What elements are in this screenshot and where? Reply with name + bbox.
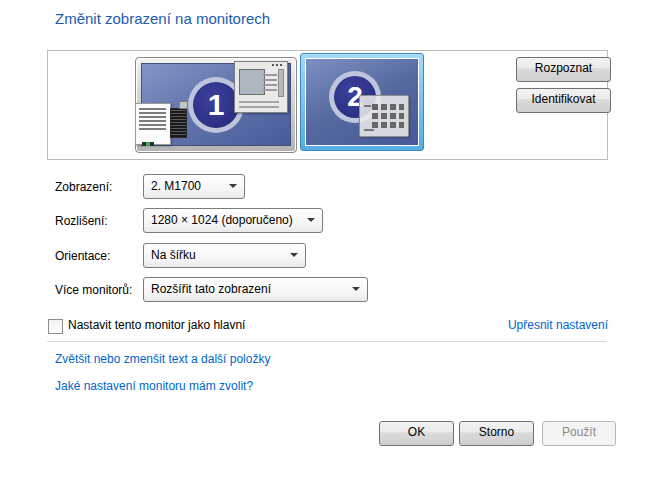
monitor-preview-box: 1 2 [47,50,608,160]
resize-text-link[interactable]: Zvětšit nebo zmenšit text a další položk… [55,352,270,366]
orientation-select-value: Na šířku [151,248,196,262]
chevron-down-icon [290,253,298,257]
list-panel-thumbnail-icon [135,103,171,145]
page-title: Změnit zobrazení na monitorech [55,10,270,27]
resolution-select-value: 1280 × 1024 (doporučeno) [151,213,293,227]
chevron-down-icon [352,287,360,291]
display-label: Zobrazení: [55,180,112,194]
calendar-dash-icon [364,129,374,131]
detect-button[interactable]: Rozpoznat [516,57,611,82]
window-text-lines-icon [263,71,277,91]
display-select[interactable]: 2. M1700 [143,174,245,199]
multiple-displays-select-value: Rozšířit tato zobrazení [151,282,271,296]
advanced-settings-link[interactable]: Upřesnit nastavení [508,318,608,332]
display-settings-page: Změnit zobrazení na monitorech 1 [0,0,655,477]
calendar-grid-icon [359,95,409,137]
which-settings-link[interactable]: Jaké nastavení monitoru mám zvolit? [55,379,253,393]
monitor-1-number: 1 [208,90,225,120]
orientation-select[interactable]: Na šířku [143,243,306,268]
monitor-1-screen: 1 [141,63,291,146]
cancel-button[interactable]: Storno [459,421,534,446]
start-button-icon [146,142,150,146]
window-scrollbar-icon [278,69,284,97]
calendar-dash-icon [364,105,371,107]
divider [47,341,607,342]
window-text-lines-icon [239,98,279,108]
monitor-2-screen: 2 [305,58,419,146]
panel-knob-icon [179,101,188,109]
ok-button[interactable]: OK [379,421,454,446]
primary-monitor-checkbox[interactable] [48,319,63,334]
window-titlebar-dots-icon [272,64,284,66]
orientation-label: Orientace: [55,249,110,263]
multiple-displays-select[interactable]: Rozšířit tato zobrazení [143,277,368,302]
striped-panel-icon [170,108,187,138]
resolution-label: Rozlišení: [55,214,108,228]
identify-button[interactable]: Identifikovat [516,88,611,113]
chevron-down-icon [229,184,237,188]
primary-monitor-checkbox-label[interactable]: Nastavit tento monitor jako hlavní [68,318,245,332]
calendar-grid-dots-icon [372,103,404,128]
window-thumbnail-icon [234,61,288,113]
window-content-icon [239,69,265,95]
list-rows-icon [139,108,166,130]
apply-button[interactable]: Použít [542,421,616,446]
monitor-2-selected[interactable]: 2 [300,53,424,151]
monitor-1[interactable]: 1 [135,57,297,153]
display-select-value: 2. M1700 [151,179,201,193]
multiple-displays-label: Více monitorů: [55,283,132,297]
chevron-down-icon [307,218,315,222]
resolution-select[interactable]: 1280 × 1024 (doporučeno) [143,208,323,233]
